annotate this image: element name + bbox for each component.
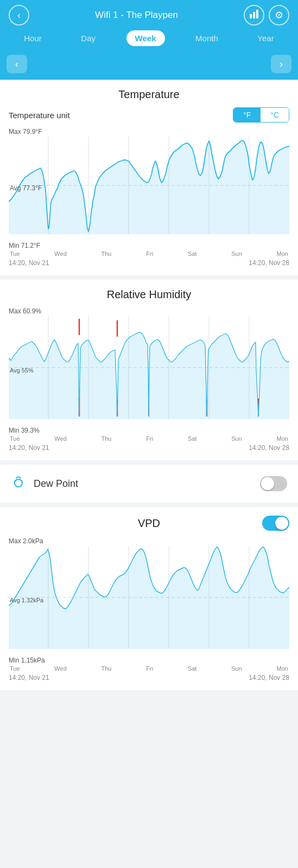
humidity-date-start: 14:20, Nov 21 — [9, 444, 49, 452]
x-label-fri: Fri — [146, 250, 153, 257]
x-label-tue: Tue — [10, 250, 20, 257]
temp-x-axis: Tue Wed Thu Fri Sat Sun Mon — [9, 250, 289, 257]
humidity-avg-label: Avg 55% — [10, 367, 34, 374]
x-label-mon: Mon — [277, 250, 288, 257]
tab-week[interactable]: Week — [126, 30, 165, 46]
vpd-chart — [9, 546, 289, 649]
svg-point-28 — [21, 480, 23, 482]
humidity-x-axis: Tue Wed Thu Fri Sat Sun Mon — [9, 435, 289, 442]
vpd-date-start: 14:20, Nov 21 — [9, 674, 49, 681]
vpd-avg-label: Avg 1.32kPa — [10, 597, 43, 603]
svg-marker-10 — [9, 140, 289, 234]
humidity-date-end: 14:20, Nov 28 — [249, 444, 289, 452]
unit-f-button[interactable]: °F — [233, 108, 261, 122]
settings-button[interactable]: ⚙ — [269, 5, 289, 25]
settings-icon: ⚙ — [275, 9, 283, 21]
vpd-date-end: 14:20, Nov 28 — [249, 674, 289, 681]
tab-bar: Hour Day Week Month Year — [0, 30, 298, 52]
dew-point-icon — [11, 474, 26, 493]
svg-rect-2 — [256, 10, 258, 18]
unit-row: Temperature unit °F °C — [9, 107, 289, 123]
chart-button[interactable] — [244, 5, 264, 25]
temp-min-label: Min 71.2°F — [9, 242, 289, 249]
vpd-section: VPD Max 2.0kPa Avg 1.32kPa Min 1.15kPa T… — [0, 507, 298, 690]
vpd-max-label: Max 2.0kPa — [9, 537, 289, 545]
unit-row-label: Temperature unit — [9, 111, 70, 120]
humidity-date-row: 14:20, Nov 21 14:20, Nov 28 — [9, 444, 289, 452]
x-label-thu: Thu — [102, 250, 112, 257]
dew-point-toggle[interactable] — [260, 476, 287, 491]
header-title: Wifi 1 - The Playpen — [95, 10, 178, 21]
humidity-chart — [9, 316, 289, 419]
back-icon: ‹ — [17, 10, 21, 21]
dew-point-row: Dew Point — [0, 465, 298, 503]
temp-date-row: 14:20, Nov 21 14:20, Nov 28 — [9, 259, 289, 267]
svg-rect-1 — [253, 12, 255, 18]
x-label-sun: Sun — [231, 250, 242, 257]
back-button[interactable]: ‹ — [9, 5, 29, 25]
humidity-max-label: Max 60.9% — [9, 307, 289, 315]
tab-year[interactable]: Year — [249, 30, 282, 46]
humidity-title: Relative Humidity — [9, 288, 289, 301]
temp-chart-area: Avg 77.3°F — [9, 137, 289, 240]
temp-date-end: 14:20, Nov 28 — [249, 259, 289, 267]
unit-c-button[interactable]: °C — [261, 108, 289, 122]
vpd-header: VPD — [9, 516, 289, 531]
unit-toggle: °F °C — [233, 107, 289, 123]
vpd-toggle-knob — [275, 517, 288, 530]
svg-point-27 — [14, 480, 16, 482]
vpd-date-row: 14:20, Nov 21 14:20, Nov 28 — [9, 674, 289, 681]
x-label-sat: Sat — [188, 250, 197, 257]
humidity-min-label: Min 39.3% — [9, 427, 289, 434]
temp-date-start: 14:20, Nov 21 — [9, 259, 49, 267]
vpd-x-axis: Tue Wed Thu Fri Sat Sun Mon — [9, 665, 289, 672]
tab-day[interactable]: Day — [72, 30, 104, 46]
temperature-section: Temperature Temperature unit °F °C Max 7… — [0, 80, 298, 275]
header: ‹ Wifi 1 - The Playpen ⚙ — [0, 0, 298, 30]
tab-hour[interactable]: Hour — [15, 30, 50, 46]
next-button[interactable]: › — [271, 55, 291, 73]
vpd-toggle[interactable] — [262, 516, 289, 531]
humidity-section: Relative Humidity Max 60.9% Avg 55% — [0, 280, 298, 460]
temp-avg-label: Avg 77.3°F — [10, 184, 42, 192]
chart-icon — [249, 9, 259, 22]
x-label-wed: Wed — [54, 250, 66, 257]
temperature-chart — [9, 137, 289, 234]
temperature-title: Temperature — [9, 88, 289, 101]
vpd-min-label: Min 1.15kPa — [9, 657, 289, 664]
temp-max-label: Max 79.9°F — [9, 128, 289, 136]
nav-row: ‹ › — [0, 52, 298, 80]
vpd-title: VPD — [102, 517, 195, 530]
vpd-chart-area: Avg 1.32kPa — [9, 546, 289, 654]
humidity-chart-area: Avg 55% — [9, 316, 289, 425]
tab-month[interactable]: Month — [187, 30, 227, 46]
prev-button[interactable]: ‹ — [7, 55, 27, 73]
svg-rect-0 — [250, 14, 252, 18]
dew-point-label: Dew Point — [34, 478, 252, 490]
dew-point-toggle-knob — [261, 477, 274, 490]
